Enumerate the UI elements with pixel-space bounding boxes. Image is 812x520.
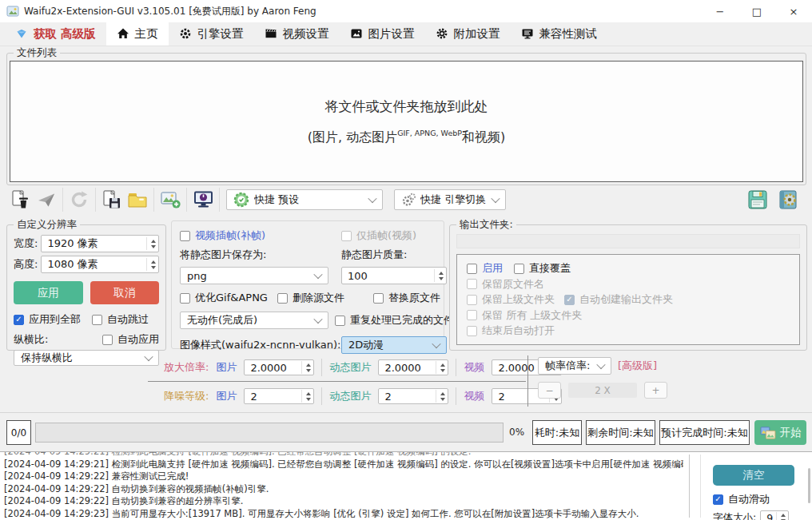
spinner-buttons[interactable]	[434, 269, 444, 282]
toolbar-separator	[62, 188, 63, 212]
spinner-buttons[interactable]	[146, 258, 156, 271]
image-zoom-spinbox[interactable]: 2.0000	[244, 359, 314, 375]
log-splitter[interactable]	[689, 455, 690, 518]
interpolation-only-checkbox[interactable]: 仅插帧(视频)	[335, 228, 454, 243]
reprocess-finished-checkbox[interactable]: 重复处理已完成的文件	[335, 312, 454, 329]
aspect-ratio-label: 纵横比:	[14, 332, 48, 347]
file-list-legend: 文件列表	[14, 46, 60, 60]
up-arrow-icon	[151, 240, 156, 243]
apply-to-all-checkbox[interactable]: ✓ 应用到全部	[14, 312, 81, 327]
video-scale-label: 视频	[464, 360, 484, 375]
image-denoise-spinbox[interactable]: 2	[244, 388, 314, 404]
engine-switch-icon	[401, 193, 416, 207]
spinner-buttons[interactable]	[301, 361, 311, 374]
chevron-down-icon	[491, 194, 500, 203]
clear-log-button[interactable]: 清空	[713, 465, 794, 486]
fps-decrease-button[interactable]: −	[538, 382, 561, 399]
replace-original-checkbox[interactable]: 替换原文件	[373, 291, 440, 305]
log-line: [2024-04-09 14:29:22] 自动切换到兼容的视频插帧(补帧)引擎…	[4, 483, 683, 496]
spinner-buttons[interactable]	[436, 361, 445, 374]
output-enable-checkbox[interactable]: 启用	[467, 261, 503, 276]
spinner-buttons[interactable]	[776, 512, 786, 520]
cancel-resolution-button[interactable]: 取消	[90, 281, 160, 304]
apply-resolution-button[interactable]: 应用	[14, 281, 83, 304]
keep-filename-checkbox[interactable]: 保留原文件名	[467, 277, 790, 292]
image-scale-label: 图片	[216, 360, 237, 375]
tab-additional-settings[interactable]: 附加设置	[425, 22, 511, 46]
tab-bar: 获取 高级版 主页 引擎设置 视频设置 图片设置 附加设置 兼容性测试	[0, 22, 812, 46]
custom-resolution-legend: 自定义分辨率	[14, 218, 80, 232]
auto-create-output-checkbox[interactable]: ✓ 自动创建输出文件夹	[564, 292, 673, 307]
compatibility-monitor-button[interactable]	[190, 187, 216, 212]
file-drop-zone[interactable]: 将文件或文件夹拖放到此处 (图片, 动态图片GIF, APNG, WebP和视频…	[10, 61, 803, 182]
height-spinbox[interactable]: 1080 像素	[41, 256, 159, 273]
tab-compatibility-test[interactable]: 兼容性测试	[511, 22, 608, 46]
image-quality-spinbox[interactable]: 100	[341, 267, 447, 284]
save-settings-button[interactable]	[745, 187, 770, 212]
image-style-combo[interactable]: 2D动漫	[341, 336, 447, 354]
processing-panel: 视频插帧(补帧) 仅插帧(视频) 将静态图片保存为: 静态图片质量: png 1…	[171, 220, 444, 349]
gif-denoise-label: 动态图片	[329, 389, 371, 403]
refresh-button[interactable]	[66, 187, 92, 212]
keep-all-parents-checkbox[interactable]: 保留 所有 上级文件夹	[467, 308, 790, 323]
width-label: 宽度:	[14, 236, 38, 251]
quick-preset-combo[interactable]: 快捷 预设	[226, 189, 383, 210]
spinner-buttons[interactable]	[436, 390, 445, 403]
optimize-gif-checkbox[interactable]: 优化Gif&APNG	[180, 291, 268, 305]
add-image-button[interactable]	[157, 187, 183, 212]
open-after-finish-checkbox[interactable]: 结束后自动打开	[467, 324, 790, 338]
spinner-buttons[interactable]	[301, 390, 311, 403]
tab-get-premium[interactable]: 获取 高级版	[5, 22, 106, 46]
post-action-combo[interactable]: 无动作(完成后)	[180, 312, 328, 329]
image-style-label: 图像样式(waifu2x-ncnn-vulkan):	[180, 336, 335, 354]
tab-home[interactable]: 主页	[106, 22, 169, 46]
toolbar-separator	[153, 188, 154, 212]
eta-box: 预计完成时间:未知	[659, 420, 750, 445]
log-scrollbar[interactable]	[808, 468, 810, 503]
close-button[interactable]: ×	[775, 0, 812, 22]
folder-icon	[127, 189, 148, 210]
output-folder-legend: 输出文件夹:	[456, 218, 516, 232]
maximize-button[interactable]: □	[738, 0, 775, 22]
output-path-input[interactable]	[456, 234, 800, 248]
image-format-combo[interactable]: png	[180, 267, 328, 284]
file-delete-icon	[10, 189, 31, 210]
settings-book-button[interactable]	[775, 187, 801, 212]
save-filelist-button[interactable]	[99, 187, 125, 212]
checkbox-box	[180, 231, 190, 241]
tab-video-settings[interactable]: 视频设置	[254, 22, 340, 46]
up-arrow-icon	[440, 392, 445, 395]
keep-parent-folder-checkbox[interactable]: 保留上级文件夹	[467, 292, 555, 307]
progress-bar	[35, 423, 504, 443]
spinner-buttons[interactable]	[146, 237, 156, 250]
up-arrow-icon	[306, 392, 311, 395]
start-button[interactable]: 开始	[754, 420, 806, 445]
auto-scroll-checkbox[interactable]: ✓ 自动滑动	[713, 492, 802, 506]
tab-image-settings[interactable]: 图片设置	[340, 22, 425, 46]
gif-zoom-spinbox[interactable]: 2.0000	[378, 359, 448, 375]
remove-file-button[interactable]	[8, 187, 34, 212]
up-arrow-icon	[439, 272, 444, 275]
fps-increase-button[interactable]: +	[644, 382, 667, 399]
monitor-power-icon	[193, 189, 214, 210]
delete-source-checkbox[interactable]: 删除源文件	[277, 291, 344, 305]
video-frame-interpolation-checkbox[interactable]: 视频插帧(补帧)	[180, 228, 335, 243]
width-spinbox[interactable]: 1920 像素	[41, 235, 159, 252]
minimize-button[interactable]: −	[702, 0, 738, 22]
send-file-button[interactable]	[34, 187, 59, 212]
gif-denoise-spinbox[interactable]: 2	[378, 388, 448, 404]
quick-engine-combo[interactable]: 快捷 引擎切换	[394, 189, 506, 210]
font-size-spinbox[interactable]: 9	[760, 510, 789, 520]
file-count-box: 0/0	[6, 420, 31, 445]
open-folder-button[interactable]	[125, 187, 150, 212]
tab-engine-settings[interactable]: 引擎设置	[169, 22, 254, 46]
log-line: [2024-04-09 14:29:22] 自动切换到兼容的超分辨率引擎.	[4, 495, 683, 508]
progress-row: 0/0 0% 耗时:未知 剩余时间:未知 预计完成时间:未知 开始	[0, 417, 812, 449]
auto-skip-checkbox[interactable]: 自动跳过	[92, 312, 149, 327]
frame-rate-multiplier-combo[interactable]: 帧率倍率:	[538, 357, 611, 375]
down-arrow-icon	[440, 369, 445, 372]
zoom-ratio-label: 放大倍率:	[164, 360, 209, 375]
overwrite-checkbox[interactable]: 直接覆盖	[514, 261, 571, 276]
auto-apply-checkbox[interactable]: 自动应用	[102, 332, 159, 347]
log-area: [2024-04-09 14:29:21] 检测到此电脑支持 [硬件加速 视频编…	[0, 451, 812, 520]
